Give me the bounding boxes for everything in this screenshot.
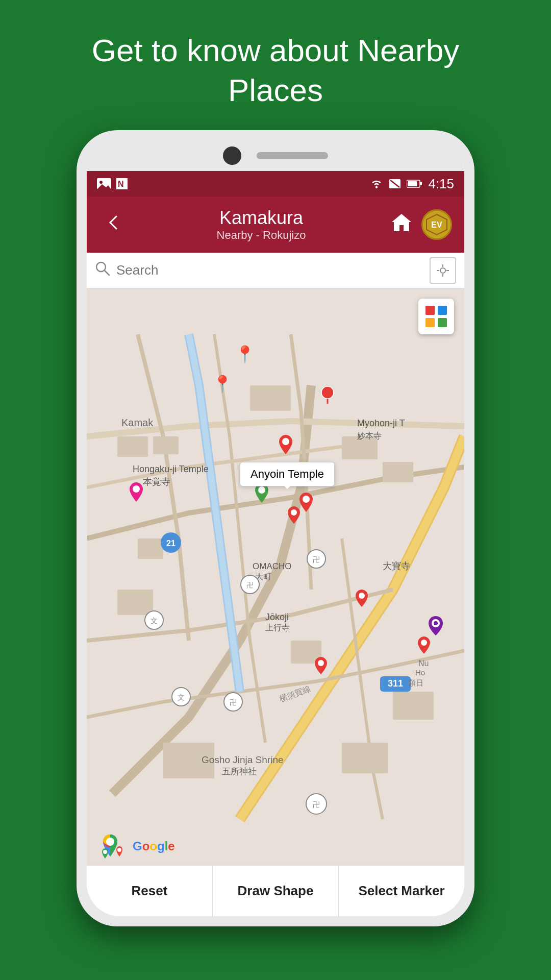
svg-text:Kamak: Kamak — [121, 417, 154, 428]
back-button[interactable] — [99, 208, 128, 241]
svg-rect-27 — [117, 590, 153, 615]
ev-logo: EV — [424, 212, 449, 237]
svg-text:卍: 卍 — [313, 555, 320, 564]
pin-svg-6 — [355, 589, 369, 607]
svg-text:大寶寺: 大寶寺 — [383, 561, 410, 571]
draw-shape-tab[interactable]: Draw Shape — [213, 866, 339, 916]
pin-svg-7 — [417, 635, 431, 654]
map-pin-5[interactable] — [287, 505, 301, 528]
svg-text:Hongaku-ji Temple: Hongaku-ji Temple — [133, 464, 209, 474]
layer-dot-yellow — [425, 318, 435, 327]
layer-dot-green — [438, 318, 447, 327]
status-icons-right: 4:15 — [370, 176, 454, 192]
svg-text:Jōkoji: Jōkoji — [265, 612, 289, 622]
svg-text:N: N — [118, 180, 124, 188]
search-magnifier — [95, 261, 110, 276]
svg-text:Gosho Jinja Shrine: Gosho Jinja Shrine — [202, 754, 284, 765]
svg-text:311: 311 — [388, 678, 403, 689]
map-pin-pink[interactable] — [129, 481, 144, 506]
svg-rect-29 — [393, 692, 434, 720]
map-area[interactable]: 311 21 Kamak Hongaku-ji Temple 本覚寺 Myoho… — [87, 288, 464, 865]
svg-point-64 — [321, 386, 334, 399]
map-pin-8[interactable] — [314, 656, 328, 676]
map-pin-3[interactable] — [320, 385, 335, 408]
home-button[interactable] — [390, 211, 413, 239]
wifi-icon — [370, 179, 383, 189]
svg-text:文: 文 — [151, 617, 158, 625]
svg-rect-25 — [383, 462, 413, 482]
map-layer-button[interactable] — [418, 299, 454, 334]
svg-rect-23 — [250, 385, 291, 411]
svg-text:五所神社: 五所神社 — [222, 767, 257, 776]
status-icons-left: N — [97, 178, 128, 189]
anyoin-pin-svg — [278, 434, 293, 454]
svg-rect-10 — [408, 181, 417, 186]
svg-text:卍: 卍 — [313, 800, 320, 808]
phone-top-bar — [87, 140, 464, 171]
svg-point-67 — [258, 486, 265, 494]
svg-rect-9 — [420, 182, 422, 185]
search-icon — [95, 261, 110, 280]
map-pin-6[interactable] — [355, 589, 369, 611]
toolbar-title-area: Kamakura Nearby - Rokujizo — [133, 207, 390, 242]
google-maps-icon — [95, 832, 131, 860]
reset-tab[interactable]: Reset — [87, 866, 213, 916]
purple-pin-svg — [428, 615, 444, 635]
speaker-bar — [257, 152, 328, 159]
svg-text:文: 文 — [178, 693, 185, 701]
svg-text:妙本寺: 妙本寺 — [357, 431, 382, 440]
svg-point-76 — [117, 848, 121, 852]
battery-icon — [407, 179, 422, 188]
home-icon — [390, 211, 413, 234]
svg-point-69 — [291, 509, 297, 516]
toolbar-title: Kamakura — [219, 207, 303, 229]
svg-text:額日: 額日 — [408, 678, 423, 687]
n-icon: N — [116, 178, 128, 189]
pin-svg-5 — [287, 505, 301, 524]
pin-svg-8 — [314, 656, 328, 674]
location-button[interactable] — [430, 257, 456, 284]
map-pin-purple[interactable] — [428, 615, 444, 638]
search-input[interactable] — [116, 262, 430, 278]
image-icon — [97, 178, 111, 189]
svg-text:OMACHO: OMACHO — [253, 561, 292, 571]
ev-badge[interactable]: EV — [421, 209, 452, 240]
pin-svg-3 — [320, 385, 335, 404]
signal-icon — [389, 179, 400, 188]
svg-text:Nu: Nu — [418, 659, 429, 668]
svg-point-73 — [421, 640, 427, 646]
layer-dot-blue — [438, 306, 447, 315]
svg-text:21: 21 — [166, 539, 176, 548]
svg-point-74 — [318, 660, 324, 666]
map-pin-anyoin[interactable] — [278, 434, 293, 458]
svg-point-66 — [133, 485, 140, 493]
status-bar: N — [87, 171, 464, 197]
google-logo-area: G o o g l e — [95, 832, 175, 860]
map-pin-2[interactable]: 📍 — [212, 374, 233, 394]
svg-rect-30 — [342, 743, 388, 773]
svg-text:卍: 卍 — [230, 698, 237, 706]
layer-dot-red — [425, 306, 435, 315]
map-tooltip: Anyoin Temple — [240, 462, 335, 486]
svg-line-14 — [105, 271, 109, 275]
pink-pin-svg — [129, 481, 144, 502]
map-pin-1[interactable]: 📍 — [235, 345, 255, 364]
svg-text:本覚寺: 本覚寺 — [143, 477, 170, 487]
phone-inner: N — [87, 140, 464, 916]
svg-text:卍: 卍 — [246, 581, 254, 589]
map-pin-7[interactable] — [417, 635, 431, 656]
page-background: Get to know about Nearby Places — [0, 0, 551, 980]
select-marker-tab[interactable]: Select Marker — [339, 866, 464, 916]
back-arrow-icon — [104, 213, 122, 232]
svg-text:上行寺: 上行寺 — [265, 623, 290, 632]
app-toolbar: Kamakura Nearby - Rokujizo EV — [87, 197, 464, 253]
svg-point-65 — [282, 438, 289, 445]
headline: Get to know about Nearby Places — [0, 0, 551, 130]
svg-rect-22 — [153, 436, 179, 454]
svg-point-68 — [303, 496, 310, 503]
camera-circle — [223, 146, 241, 165]
svg-rect-26 — [138, 538, 163, 559]
svg-rect-21 — [117, 436, 148, 457]
search-bar — [87, 253, 464, 288]
map-background: 311 21 Kamak Hongaku-ji Temple 本覚寺 Myoho… — [87, 288, 464, 865]
